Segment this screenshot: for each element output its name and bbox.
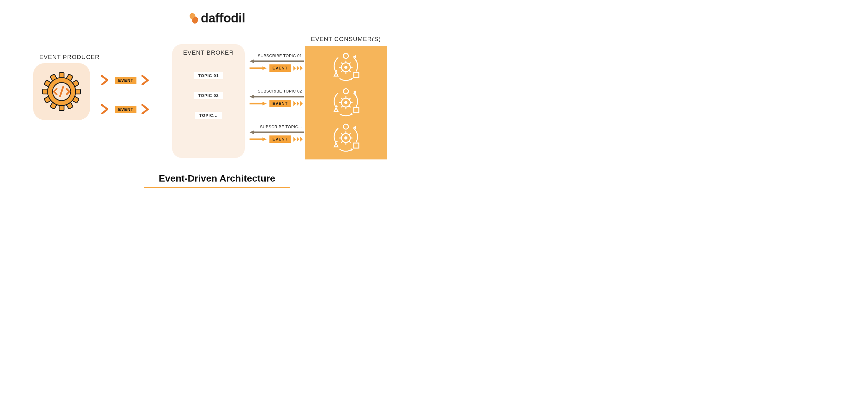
- consumers-label: EVENT CONSUMER(S): [305, 36, 387, 43]
- subscribe-lane: SUBSCRIBE TOPIC 02 EVENT: [250, 89, 304, 107]
- event-pill: EVENT: [270, 64, 291, 72]
- gear-code-icon: [41, 71, 82, 112]
- brand-logo: daffodil: [189, 11, 245, 25]
- event-arrow-right-icon: [250, 137, 267, 141]
- event-pill: EVENT: [115, 106, 136, 113]
- subscribe-label: SUBSCRIBE TOPIC 01: [250, 54, 304, 58]
- event-pill: EVENT: [115, 77, 136, 84]
- subscribe-label: SUBSCRIBE TOPIC...: [250, 125, 304, 129]
- consumer-process-icon: [329, 122, 363, 154]
- topic-pill: TOPIC 01: [194, 72, 223, 79]
- chevron-right-icon: [101, 104, 110, 114]
- event-arrow-right-icon: [250, 66, 267, 70]
- topic-pill: TOPIC...: [195, 112, 222, 119]
- broker-box: EVENT BROKER TOPIC 01 TOPIC 02 TOPIC...: [172, 44, 245, 158]
- triple-chevron-right-icon: [293, 66, 304, 71]
- broker-label: EVENT BROKER: [172, 49, 245, 56]
- event-pill: EVENT: [270, 100, 291, 107]
- producer-label: EVENT PRODUCER: [33, 54, 106, 61]
- subscribe-lane: SUBSCRIBE TOPIC... EVENT: [250, 125, 304, 143]
- chevron-right-icon: [101, 75, 110, 85]
- consumers-box: [305, 46, 387, 159]
- subscribe-lane: SUBSCRIBE TOPIC 01 EVENT: [250, 54, 304, 72]
- logo-mark-icon: [189, 12, 199, 24]
- topic-pill: TOPIC 02: [194, 92, 223, 99]
- diagram-title: Event-Driven Architecture: [159, 173, 275, 184]
- event-flow-row: EVENT: [101, 104, 150, 114]
- consumer-process-icon: [329, 87, 363, 118]
- event-flow-row: EVENT: [101, 75, 150, 85]
- event-pill: EVENT: [270, 135, 291, 143]
- logo-text: daffodil: [201, 11, 245, 25]
- title-underline: [144, 187, 290, 188]
- chevron-right-icon: [142, 75, 150, 85]
- subscribe-arrow-left-icon: [250, 130, 304, 134]
- subscribe-arrow-left-icon: [250, 95, 304, 98]
- event-arrow-right-icon: [250, 102, 267, 105]
- triple-chevron-right-icon: [293, 101, 304, 106]
- chevron-right-icon: [142, 104, 150, 114]
- triple-chevron-right-icon: [293, 137, 304, 142]
- consumer-process-icon: [329, 52, 363, 83]
- subscribe-arrow-left-icon: [250, 59, 304, 63]
- subscribe-label: SUBSCRIBE TOPIC 02: [250, 89, 304, 93]
- producer-box: [33, 63, 90, 120]
